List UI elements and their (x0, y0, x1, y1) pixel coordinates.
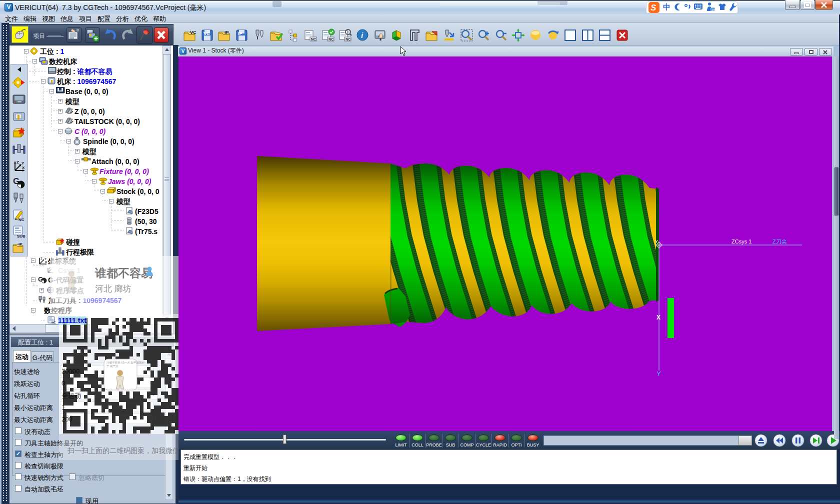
svg-text:NC: NC (328, 38, 334, 41)
svg-text:VC: VC (190, 30, 196, 35)
svg-text:IP: IP (18, 242, 22, 246)
svg-text:IP: IP (224, 30, 229, 35)
svg-text:干 就干活: 干 就干活 (106, 364, 118, 368)
svg-text:VC: VC (204, 31, 210, 36)
svg-text:Y: Y (655, 239, 658, 244)
svg-text:Y: Y (656, 370, 661, 378)
svg-text:Z: Z (16, 160, 19, 164)
svg-text:Y: Y (22, 161, 24, 166)
svg-text:S: S (650, 3, 656, 12)
svg-text:SUB: SUB (17, 234, 26, 238)
svg-text:Z刀尖: Z刀尖 (772, 238, 787, 244)
svg-text:NC: NC (346, 38, 350, 41)
svg-text:ZCsys 1: ZCsys 1 (732, 238, 752, 244)
svg-text:X: X (45, 260, 47, 264)
svg-text:汗都不容易 V5一天 起早摸黑的: 汗都不容易 V5一天 起早摸黑的 (106, 361, 144, 364)
svg-text:X: X (656, 314, 660, 321)
svg-text:NC: NC (18, 218, 24, 222)
svg-text:IP: IP (238, 31, 242, 36)
svg-text:NC: NC (311, 38, 316, 41)
svg-text:X: X (22, 166, 25, 170)
svg-text:Z: Z (40, 257, 42, 260)
svg-text:16: 16 (712, 8, 715, 11)
